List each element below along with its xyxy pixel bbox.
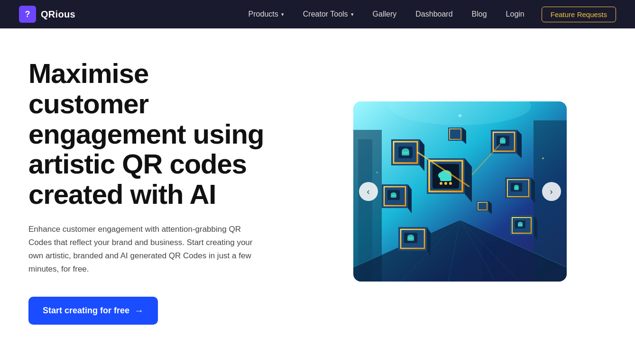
nav-item-login[interactable]: Login bbox=[498, 6, 532, 22]
arrow-icon: → bbox=[134, 305, 144, 316]
nav-links: Products ▾ Creator Tools ▾ Gallery Dashb… bbox=[241, 6, 616, 22]
navbar: ? QRious Products ▾ Creator Tools ▾ Gall… bbox=[0, 0, 635, 28]
hero-section: Maximise customer engagement using artis… bbox=[0, 0, 635, 364]
feature-requests-button[interactable]: Feature Requests bbox=[542, 7, 616, 22]
svg-marker-20 bbox=[517, 130, 522, 158]
nav-item-creator-tools[interactable]: Creator Tools ▾ bbox=[295, 6, 361, 22]
svg-point-42 bbox=[449, 182, 452, 185]
svg-point-40 bbox=[440, 182, 442, 185]
nav-item-gallery[interactable]: Gallery bbox=[365, 6, 405, 22]
hero-title: Maximise customer engagement using artis… bbox=[28, 58, 275, 209]
image-carousel: ‹ › bbox=[353, 101, 567, 282]
brand-logo[interactable]: ? QRious bbox=[19, 6, 75, 23]
svg-rect-49 bbox=[407, 237, 414, 241]
brand-name: QRious bbox=[41, 9, 75, 20]
carousel-next-button[interactable]: › bbox=[542, 182, 561, 201]
svg-rect-56 bbox=[514, 187, 519, 190]
chevron-down-icon: ▾ bbox=[351, 11, 354, 18]
nav-item-dashboard[interactable]: Dashboard bbox=[408, 6, 460, 22]
svg-rect-63 bbox=[518, 224, 523, 227]
carousel-prev-button[interactable]: ‹ bbox=[359, 182, 378, 201]
svg-rect-24 bbox=[500, 140, 506, 144]
start-creating-button[interactable]: Start creating for free → bbox=[28, 297, 158, 325]
svg-point-39 bbox=[438, 172, 446, 179]
qr-art-svg bbox=[353, 101, 567, 282]
brand-icon: ? bbox=[19, 6, 36, 23]
hero-image-wrapper: ‹ › bbox=[313, 101, 607, 282]
svg-rect-17 bbox=[402, 152, 409, 155]
svg-point-41 bbox=[444, 182, 447, 185]
svg-rect-31 bbox=[391, 195, 396, 198]
chevron-down-icon: ▾ bbox=[281, 11, 284, 18]
svg-point-74 bbox=[376, 172, 378, 173]
svg-rect-66 bbox=[448, 127, 462, 141]
nav-item-blog[interactable]: Blog bbox=[464, 6, 495, 22]
nav-item-products[interactable]: Products ▾ bbox=[241, 6, 292, 22]
hero-content: Maximise customer engagement using artis… bbox=[28, 58, 275, 325]
carousel-image bbox=[353, 101, 567, 282]
svg-point-73 bbox=[542, 157, 544, 159]
hero-subtitle: Enhance customer engagement with attenti… bbox=[28, 223, 256, 276]
